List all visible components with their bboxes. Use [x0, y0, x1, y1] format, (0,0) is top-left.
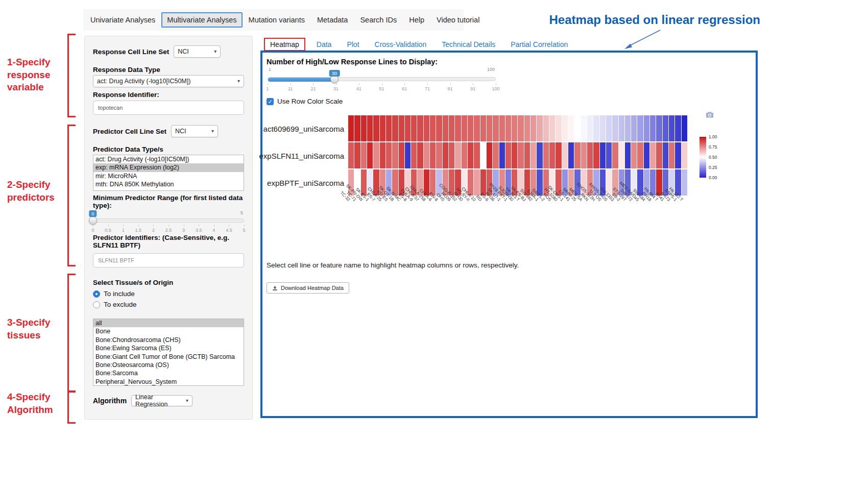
- tab-data[interactable]: Data: [317, 40, 332, 48]
- heatmap-cell[interactable]: [625, 142, 631, 168]
- heatmap-cell[interactable]: [468, 115, 473, 141]
- heatmap-cell[interactable]: [593, 142, 599, 168]
- heatmap-cell[interactable]: [348, 142, 354, 168]
- heatmap-cell[interactable]: [399, 115, 404, 141]
- heatmap-cell[interactable]: [531, 142, 536, 168]
- list-item[interactable]: Bone:Sarcoma: [93, 369, 244, 377]
- heatmap-cell[interactable]: [625, 115, 631, 141]
- heatmap-cell[interactable]: [487, 142, 492, 168]
- heatmap-cell[interactable]: [612, 142, 618, 168]
- list-item[interactable]: Peripheral_Nervous_System: [93, 378, 244, 386]
- nav-item-mutation-variants[interactable]: Mutation variants: [243, 13, 311, 27]
- download-heatmap-data-button[interactable]: Download Heatmap Data: [267, 282, 349, 294]
- heatmap-cell[interactable]: [443, 115, 448, 141]
- list-item[interactable]: all: [93, 319, 244, 327]
- list-item[interactable]: Bone:Chondrosarcoma (CHS): [93, 336, 244, 344]
- heatmap-cell[interactable]: [380, 142, 385, 168]
- camera-icon[interactable]: [706, 111, 714, 118]
- heatmap-cell[interactable]: [593, 115, 599, 141]
- heatmap-cell[interactable]: [606, 115, 612, 141]
- heatmap-cell[interactable]: [462, 142, 467, 168]
- tab-cross-validation[interactable]: Cross-Validation: [375, 40, 427, 48]
- response-data-type-select[interactable]: act: Drug Activity (-log10[IC50M]) ▾: [93, 75, 244, 87]
- heatmap-cell[interactable]: [543, 142, 549, 168]
- checkbox-checked-icon[interactable]: ✓: [267, 98, 274, 105]
- slider-track[interactable]: [93, 218, 244, 223]
- list-item[interactable]: exp: mRNA Expression (log2): [93, 163, 244, 172]
- predictor-identifiers-input[interactable]: SLFN11 BPTF: [93, 253, 244, 267]
- nav-item-metadata[interactable]: Metadata: [311, 13, 354, 27]
- heatmap-cell[interactable]: [600, 142, 606, 168]
- heatmap-cell[interactable]: [361, 115, 367, 141]
- heatmap-cell[interactable]: [493, 115, 498, 141]
- heatmap-cell[interactable]: [581, 115, 587, 141]
- heatmap-cell[interactable]: [600, 115, 606, 141]
- heatmap-cell[interactable]: [449, 115, 454, 141]
- heatmap-cell[interactable]: [436, 115, 442, 141]
- heatmap-cell[interactable]: [656, 115, 662, 141]
- heatmap-cell[interactable]: [637, 142, 643, 168]
- heatmap-cell[interactable]: [650, 115, 656, 141]
- heatmap-cell[interactable]: [675, 115, 681, 141]
- heatmap-cell[interactable]: [568, 142, 574, 168]
- heatmap-cell[interactable]: [354, 115, 360, 141]
- heatmap-cell[interactable]: [556, 142, 561, 168]
- tissue-include-radio[interactable]: To include: [93, 290, 244, 298]
- heatmap-cell[interactable]: [367, 115, 373, 141]
- tab-plot[interactable]: Plot: [347, 40, 359, 48]
- list-item[interactable]: Bone:Ewing Sarcoma (ES): [93, 344, 244, 352]
- heatmap-cell[interactable]: [518, 115, 523, 141]
- heatmap-cell[interactable]: [424, 142, 429, 168]
- heatmap-cell[interactable]: [487, 115, 492, 141]
- heatmap-cell[interactable]: [411, 115, 417, 141]
- nav-item-help[interactable]: Help: [403, 13, 430, 27]
- heatmap-cell[interactable]: [587, 142, 593, 168]
- heatmap-cell[interactable]: [531, 115, 536, 141]
- heatmap-cell[interactable]: [637, 115, 643, 141]
- heatmap-cell[interactable]: [455, 142, 461, 168]
- heatmap-cell[interactable]: [430, 115, 436, 141]
- heatmap-cell[interactable]: [348, 115, 354, 141]
- heatmap-cell[interactable]: [405, 115, 411, 141]
- heatmap-cell[interactable]: [468, 142, 473, 168]
- heatmap-cell[interactable]: [524, 115, 530, 141]
- heatmap-cell[interactable]: [644, 142, 649, 168]
- heatmap-cell[interactable]: [354, 142, 360, 168]
- heatmap-cell[interactable]: [537, 142, 542, 168]
- heatmap-cell[interactable]: [682, 142, 687, 168]
- heatmap-cell[interactable]: [499, 115, 505, 141]
- heatmap-cell[interactable]: [549, 142, 555, 168]
- heatmap-cell[interactable]: [424, 115, 429, 141]
- heatmap-cell[interactable]: [443, 142, 448, 168]
- heatmap-cell[interactable]: [663, 142, 668, 168]
- list-item[interactable]: mir: MicroRNA: [93, 172, 244, 180]
- heatmap-cell[interactable]: [682, 169, 687, 196]
- heatmap-cell[interactable]: [663, 115, 668, 141]
- heatmap-cell[interactable]: [556, 115, 561, 141]
- heatmap-cell[interactable]: [373, 115, 379, 141]
- tissue-exclude-radio[interactable]: To exclude: [93, 301, 244, 308]
- heatmap-cell[interactable]: [518, 142, 523, 168]
- heatmap-cell[interactable]: [543, 115, 549, 141]
- heatmap-cell[interactable]: [549, 115, 555, 141]
- nav-item-search-ids[interactable]: Search IDs: [354, 13, 403, 27]
- heatmap-cell[interactable]: [455, 115, 461, 141]
- list-item[interactable]: Bone: [93, 327, 244, 335]
- heatmap-cell[interactable]: [631, 115, 637, 141]
- response-lines-slider[interactable]: 1 100 30 1112131415161718191100: [268, 67, 496, 93]
- heatmap-cell[interactable]: [682, 115, 687, 141]
- heatmap-cell[interactable]: [574, 142, 580, 168]
- heatmap-cell[interactable]: [493, 142, 498, 168]
- list-item[interactable]: Bone:Giant Cell Tumor of Bone (GCTB) Sar…: [93, 353, 244, 361]
- heatmap-cell[interactable]: [524, 142, 530, 168]
- heatmap-cell[interactable]: [612, 115, 618, 141]
- heatmap-cell[interactable]: [392, 142, 398, 168]
- heatmap-cell[interactable]: [537, 115, 542, 141]
- predictor-data-type-list[interactable]: act: Drug Activity (-log10[IC50M])exp: m…: [93, 155, 244, 191]
- heatmap-cell[interactable]: [417, 115, 423, 141]
- heatmap-cell[interactable]: [512, 142, 517, 168]
- list-item[interactable]: mth: DNA 850K Methylation: [93, 180, 244, 188]
- nav-item-multivariate-analyses[interactable]: Multivariate Analyses: [161, 12, 242, 28]
- heatmap-cell[interactable]: [399, 142, 404, 168]
- tab-heatmap[interactable]: Heatmap: [264, 38, 305, 51]
